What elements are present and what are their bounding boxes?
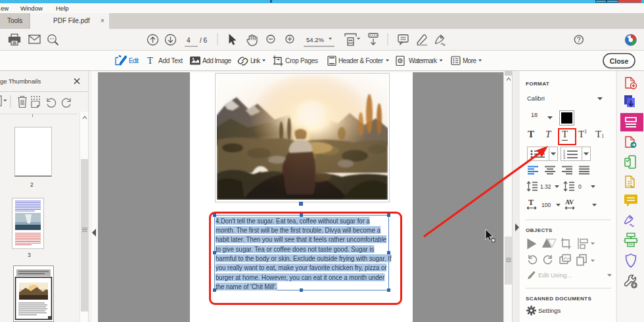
svg-text:/ 6: / 6 (200, 37, 208, 44)
svg-text:More: More (463, 57, 476, 64)
svg-text:3: 3 (563, 156, 565, 160)
svg-text:AV: AV (565, 198, 574, 206)
svg-text:Edit: Edit (129, 57, 139, 64)
svg-text:Link: Link (250, 57, 261, 64)
svg-text:Close: Close (610, 57, 629, 65)
svg-text:Header & Footer: Header & Footer (338, 57, 384, 64)
svg-text:Add Image: Add Image (202, 57, 231, 64)
svg-text:Watermark: Watermark (409, 57, 438, 64)
svg-text:Add Text: Add Text (158, 57, 183, 64)
svg-text:T: T (147, 55, 153, 66)
svg-text:T: T (528, 198, 534, 207)
svg-text:4: 4 (187, 37, 191, 44)
svg-text:Crop Pages: Crop Pages (285, 57, 318, 64)
svg-text:54.2%: 54.2% (306, 36, 324, 43)
